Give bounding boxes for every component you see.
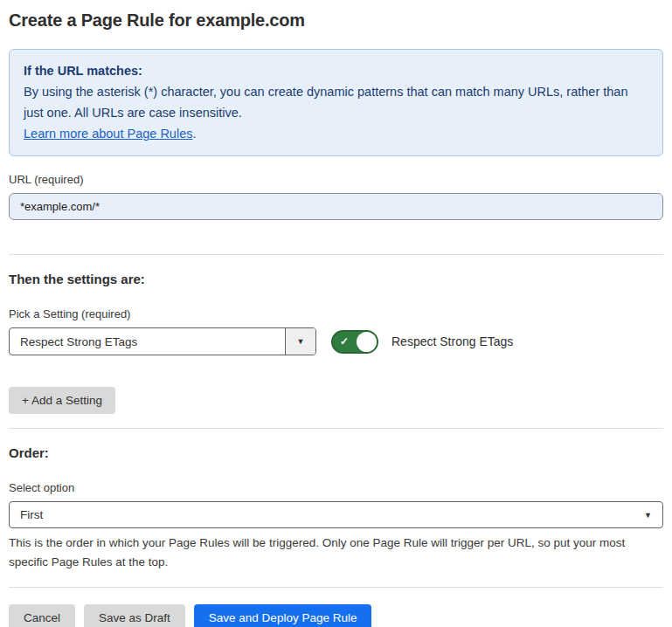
section-divider: [9, 254, 663, 255]
toggle-knob: [357, 332, 377, 352]
setting-toggle-label: Respect Strong ETags: [391, 334, 513, 348]
check-icon: ✓: [340, 336, 349, 347]
info-box-heading: If the URL matches:: [24, 60, 648, 81]
info-box-link-row: Learn more about Page Rules.: [24, 123, 648, 144]
cancel-button[interactable]: Cancel: [9, 604, 75, 627]
settings-section-heading: Then the settings are:: [9, 272, 663, 286]
order-select-label: Select option: [9, 481, 663, 494]
learn-more-link[interactable]: Learn more about Page Rules: [24, 127, 192, 141]
page-title: Create a Page Rule for example.com: [9, 10, 663, 31]
chevron-down-icon: ▼: [644, 511, 652, 520]
page-rule-form: Create a Page Rule for example.com If th…: [0, 0, 672, 627]
add-setting-button[interactable]: + Add a Setting: [9, 387, 115, 414]
order-help-text: This is the order in which your Page Rul…: [9, 534, 660, 571]
order-select-value: First: [20, 508, 43, 521]
footer-actions: Cancel Save as Draft Save and Deploy Pag…: [9, 604, 663, 627]
save-draft-button[interactable]: Save as Draft: [84, 604, 185, 627]
footer-divider: [9, 587, 663, 588]
section-divider: [9, 428, 663, 429]
url-match-info-box: If the URL matches: By using the asteris…: [9, 49, 663, 156]
pick-setting-label: Pick a Setting (required): [9, 307, 663, 320]
link-period: .: [192, 127, 196, 141]
save-deploy-button[interactable]: Save and Deploy Page Rule: [194, 604, 372, 627]
setting-select[interactable]: Respect Strong ETags ▼: [9, 327, 316, 355]
setting-toggle[interactable]: ✓: [331, 330, 378, 354]
order-select[interactable]: First ▼: [9, 501, 663, 528]
url-input[interactable]: [9, 193, 663, 220]
info-box-body: By using the asterisk (*) character, you…: [24, 81, 648, 123]
order-section-heading: Order:: [9, 445, 663, 460]
url-label: URL (required): [9, 173, 663, 186]
setting-row: Respect Strong ETags ▼ ✓ Respect Strong …: [9, 327, 663, 355]
setting-select-value: Respect Strong ETags: [10, 328, 285, 355]
chevron-down-icon: ▼: [285, 328, 315, 355]
